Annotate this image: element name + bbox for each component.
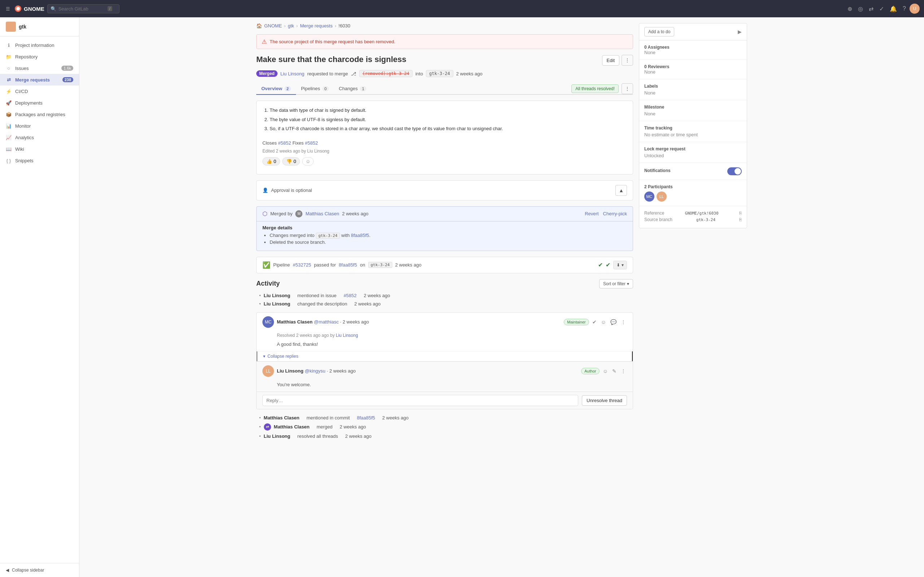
plus-icon: ⊕ <box>848 5 852 12</box>
thumbs-up-reaction[interactable]: 👍 0 <box>262 157 280 166</box>
description-item-2: The byte value of UTF-8 is signless by d… <box>270 116 627 123</box>
edit-icon: ✎ <box>612 368 617 374</box>
right-panel-top: Add a to do ▶ 0 Assignees None 0 Reviewe… <box>639 23 747 228</box>
notifications-toggle[interactable] <box>727 167 742 175</box>
breadcrumb-gnome[interactable]: GNOME <box>264 23 282 29</box>
sidebar-item-merge-requests[interactable]: ⇄ Merge requests 238 <box>0 74 79 85</box>
comment-time: 2 weeks ago <box>342 319 369 324</box>
project-icon <box>6 22 16 32</box>
reply-edit-button[interactable]: ✎ <box>611 367 617 375</box>
sidebar-item-deployments[interactable]: 🚀 Deployments <box>0 97 79 108</box>
todos-button[interactable]: ✓ <box>877 3 886 15</box>
more-activity-user-1: Matthias Clasen <box>264 415 300 421</box>
copy-source-branch-button[interactable]: ⎘ <box>739 217 742 222</box>
tabs-more-button[interactable]: ⋮ <box>622 83 633 94</box>
resolver-link[interactable]: Liu Linsong <box>336 333 358 338</box>
reply-header: LL Liu Linsong @kingysu · 2 weeks ago Au… <box>257 362 633 380</box>
create-button[interactable]: ⊕ <box>845 3 855 15</box>
comment-reply-button[interactable]: 💬 <box>609 318 617 326</box>
breadcrumb-gtk[interactable]: gtk <box>288 23 294 29</box>
pipeline-commit-link[interactable]: 8faa85f5 <box>339 262 357 268</box>
sidebar-nav: ℹ Project information 📁 Repository ○ Iss… <box>0 36 79 563</box>
tab-pipelines-count: 0 <box>322 86 329 91</box>
mr-title: Make sure that the charcode is signless <box>256 55 602 64</box>
tab-overview-label: Overview <box>261 86 282 91</box>
tab-overview-count: 2 <box>284 86 291 91</box>
tabs-bar: Overview 2 Pipelines 0 Changes 1 All thr… <box>256 83 633 95</box>
activity-user-2: Liu Linsong <box>264 301 291 306</box>
emoji-icon: ☺ <box>601 319 606 325</box>
sidebar-label-analytics: Analytics <box>15 135 34 140</box>
search-bar[interactable]: 🔍 / <box>47 4 120 13</box>
merge-detail-1: Changes merged into gtk-3-24 with 8faa85… <box>270 233 627 238</box>
reply-input[interactable] <box>262 395 578 406</box>
sidebar-label-deployments: Deployments <box>15 100 43 106</box>
collapse-label: Collapse sidebar <box>12 567 44 573</box>
pipeline-number-link[interactable]: #532725 <box>293 262 311 268</box>
comment-more-button[interactable]: ⋮ <box>620 318 627 326</box>
sidebar-item-wiki[interactable]: 📖 Wiki <box>0 143 79 155</box>
search-input[interactable] <box>58 6 105 11</box>
cherry-pick-button[interactable]: Cherry-pick <box>603 211 627 216</box>
fixes-link[interactable]: #5852 <box>305 140 318 146</box>
reply-emoji-button[interactable]: ☺ <box>602 367 609 375</box>
labels-section: Labels None <box>639 79 747 100</box>
user-avatar[interactable]: U <box>909 3 920 14</box>
tab-pipelines[interactable]: Pipelines 0 <box>296 83 334 95</box>
sidebar-item-project-info[interactable]: ℹ Project information <box>0 39 79 51</box>
merge-commit-link[interactable]: 8faa85f5 <box>351 233 369 238</box>
copy-reference-button[interactable]: ⎘ <box>739 211 742 216</box>
reply-avatar: LL <box>262 365 274 377</box>
activity-ref-1[interactable]: #5852 <box>344 293 357 298</box>
closes-link-1[interactable]: #5852 <box>278 140 291 146</box>
comment-actions: Maintainer ✔ ☺ 💬 ⋮ <box>564 318 627 326</box>
commenter-username[interactable]: @matthiasc <box>314 319 339 324</box>
collapse-sidebar-button[interactable]: ◀ Collapse sidebar <box>6 567 44 573</box>
sidebar-item-analytics[interactable]: 📈 Analytics <box>0 132 79 143</box>
approval-expand-button[interactable]: ▲ <box>615 185 627 196</box>
source-branch-value: gtk-3-24 <box>696 218 716 222</box>
tab-overview[interactable]: Overview 2 <box>256 83 296 95</box>
panel-expand-button[interactable]: ▶ <box>738 29 742 35</box>
reply-box: LL Liu Linsong @kingysu · 2 weeks ago Au… <box>257 361 633 409</box>
expand-icon: ▶ <box>738 29 742 35</box>
sidebar-item-cicd[interactable]: ⚡ CI/CD <box>0 85 79 97</box>
mr-author-link[interactable]: Liu Linsong <box>281 71 305 76</box>
edit-button[interactable]: Edit <box>602 55 619 66</box>
sidebar-item-snippets[interactable]: { } Snippets <box>0 155 79 166</box>
merged-info-actions: Revert Cherry-pick <box>585 211 627 216</box>
more-actions-button[interactable]: ⋮ <box>622 55 633 66</box>
issues-button[interactable]: ◎ <box>856 3 865 15</box>
add-todo-button[interactable]: Add a to do <box>644 27 674 36</box>
merged-info: ⬡ Merged by M Matthias Clasen 2 weeks ag… <box>256 206 633 251</box>
merge-requests-button[interactable]: ⇄ <box>867 3 876 15</box>
breadcrumb-mr[interactable]: Merge requests <box>300 23 333 29</box>
revert-button[interactable]: Revert <box>585 211 598 216</box>
sidebar-item-repository[interactable]: 📁 Repository <box>0 51 79 62</box>
thumbs-down-reaction[interactable]: 👎 0 <box>282 157 300 166</box>
participants-label: 2 Participants <box>644 184 742 189</box>
sidebar-item-issues[interactable]: ○ Issues 1.6k <box>0 62 79 74</box>
reply-more-button[interactable]: ⋮ <box>620 367 627 375</box>
copy-icon: ⎘ <box>739 211 742 216</box>
merged-by-user[interactable]: Matthias Clasen <box>305 211 339 216</box>
merged-icon: ⇄ <box>264 423 271 430</box>
more-activity-ref-1[interactable]: 8faa85f5 <box>357 415 375 421</box>
help-button[interactable]: ? <box>901 3 908 14</box>
collapse-replies-button[interactable]: ▾ Collapse replies <box>257 351 633 361</box>
add-reaction-button[interactable]: ☺ <box>302 157 313 166</box>
download-artifacts-button[interactable]: ⬇ ▾ <box>613 261 627 269</box>
comment-emoji-button[interactable]: ☺ <box>600 318 607 326</box>
time-tracking-value: No estimate or time spent <box>644 132 742 137</box>
reply-username[interactable]: @kingysu <box>305 368 325 374</box>
sort-filter-button[interactable]: Sort or filter ▾ <box>599 279 633 288</box>
notifications-button[interactable]: 🔔 <box>888 3 899 15</box>
tab-changes[interactable]: Changes 1 <box>334 83 372 95</box>
reference-row: Reference GNOME/gtk!6030 ⎘ <box>644 211 742 216</box>
tab-pipelines-label: Pipelines <box>301 86 320 91</box>
menu-button[interactable]: ☰ <box>4 5 11 13</box>
sidebar-item-packages[interactable]: 📦 Packages and registries <box>0 108 79 120</box>
comment-resolve-button[interactable]: ✔ <box>591 318 598 326</box>
sidebar-item-monitor[interactable]: 📊 Monitor <box>0 120 79 132</box>
unresolve-button[interactable]: Unresolve thread <box>582 395 627 406</box>
